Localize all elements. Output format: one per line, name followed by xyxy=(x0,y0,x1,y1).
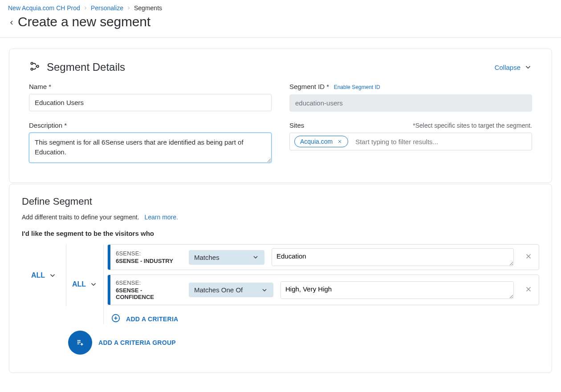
description-label: Description * xyxy=(29,121,67,129)
learn-more-link[interactable]: Learn more. xyxy=(144,214,178,221)
criteria-name: 6SENSE - INDUSTRY xyxy=(116,258,181,264)
page-title: Create a new segment xyxy=(18,14,150,29)
criteria-source: 6SENSE: xyxy=(116,250,181,257)
svg-point-0 xyxy=(31,62,33,64)
svg-point-1 xyxy=(31,68,33,70)
breadcrumb-item-2[interactable]: Personalize xyxy=(91,4,123,12)
description-input[interactable]: This segment is for all 6Sense users tha… xyxy=(29,133,272,163)
chevron-right-icon xyxy=(83,5,88,11)
chevron-down-icon xyxy=(252,254,259,261)
define-lead: I'd like the segment to be the visitors … xyxy=(22,230,539,237)
criteria-source: 6SENSE: xyxy=(116,279,181,286)
breadcrumb-item-3: Segments xyxy=(134,4,162,12)
inner-operator-select[interactable]: ALL xyxy=(69,279,100,290)
segment-id-label: Segment ID * xyxy=(289,83,329,90)
outer-operator-select[interactable]: ALL xyxy=(28,270,59,281)
define-segment-card: Define Segment Add different traits to d… xyxy=(9,184,552,373)
back-icon[interactable] xyxy=(8,17,15,26)
plus-circle-icon xyxy=(111,313,121,324)
remove-criteria-button[interactable] xyxy=(518,245,539,270)
criteria-row: 6SENSE: 6SENSE - CONFIDENCE Matches One … xyxy=(107,275,539,305)
add-group-icon xyxy=(68,331,92,355)
criteria-value-input[interactable]: Education xyxy=(272,248,514,266)
define-title: Define Segment xyxy=(22,196,539,207)
sites-input-wrapper[interactable]: Acquia.com xyxy=(289,133,532,150)
breadcrumb: New Acquia.com CH Prod Personalize Segme… xyxy=(8,3,553,13)
segment-id-input xyxy=(289,94,532,112)
chevron-down-icon xyxy=(49,271,57,279)
sites-filter-input[interactable] xyxy=(354,137,527,146)
criteria-name: 6SENSE - CONFIDENCE xyxy=(116,287,181,300)
outer-operator-label: ALL xyxy=(31,271,45,279)
inner-operator-label: ALL xyxy=(72,280,86,288)
site-chip[interactable]: Acquia.com xyxy=(294,136,348,147)
add-group-label: ADD A CRITERIA GROUP xyxy=(98,339,176,346)
close-icon xyxy=(524,285,533,295)
add-criteria-button[interactable]: ADD A CRITERIA xyxy=(107,310,539,324)
collapse-toggle[interactable]: Collapse xyxy=(495,63,532,71)
chevron-down-icon xyxy=(89,280,98,288)
breadcrumb-item-1[interactable]: New Acquia.com CH Prod xyxy=(8,4,80,12)
segment-details-card: Segment Details Collapse Name * xyxy=(9,48,552,183)
chevron-down-icon xyxy=(524,63,532,71)
add-criteria-label: ADD A CRITERIA xyxy=(126,315,179,323)
close-icon xyxy=(524,252,533,262)
operator-select[interactable]: Matches xyxy=(189,250,264,265)
chevron-down-icon xyxy=(261,287,268,294)
sites-label: Sites xyxy=(289,121,304,129)
operator-label: Matches xyxy=(194,254,220,261)
operator-label: Matches One Of xyxy=(194,286,243,294)
criteria-attribute: 6SENSE: 6SENSE - INDUSTRY xyxy=(110,245,186,270)
card-title: Segment Details xyxy=(47,61,125,73)
define-subtitle: Add different traits to define your segm… xyxy=(22,214,139,221)
criteria-value-input[interactable]: High, Very High xyxy=(280,281,514,299)
operator-select[interactable]: Matches One Of xyxy=(189,283,273,297)
name-input[interactable] xyxy=(29,94,272,111)
remove-chip-icon[interactable] xyxy=(337,139,342,144)
sites-hint: *Select specific sites to target the seg… xyxy=(413,122,532,129)
collapse-label: Collapse xyxy=(495,64,520,71)
enable-segment-id-link[interactable]: Enable Segment ID xyxy=(334,84,380,90)
chevron-right-icon xyxy=(126,5,131,11)
add-criteria-group-button[interactable]: ADD A CRITERIA GROUP xyxy=(66,331,539,355)
remove-criteria-button[interactable] xyxy=(518,275,539,305)
segment-details-icon xyxy=(29,61,41,74)
svg-point-2 xyxy=(37,65,39,68)
criteria-attribute: 6SENSE: 6SENSE - CONFIDENCE xyxy=(110,275,186,305)
criteria-row: 6SENSE: 6SENSE - INDUSTRY Matches xyxy=(107,244,539,270)
name-label: Name * xyxy=(29,83,51,90)
site-chip-label: Acquia.com xyxy=(300,138,333,145)
